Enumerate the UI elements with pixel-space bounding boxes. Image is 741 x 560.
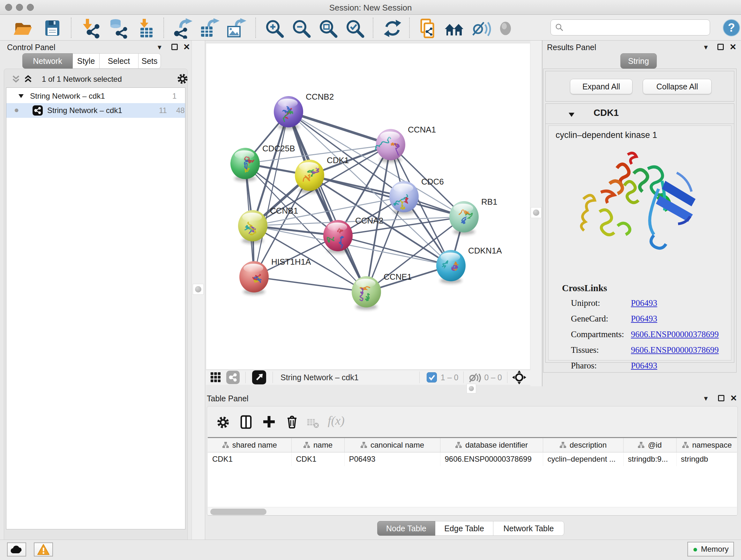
network-canvas[interactable]: CCNB2CCNA1CDC25BCDK1CDC6RB1CCNB1CCNA2CDK… (206, 43, 530, 370)
table-hscrollbar[interactable] (208, 507, 737, 516)
network-node-cdc25b[interactable]: CDC25B (230, 144, 295, 181)
expand-all-button[interactable]: Expand All (570, 79, 632, 94)
tab-node-table[interactable]: Node Table (377, 521, 435, 536)
memory-button[interactable]: ● Memory (687, 542, 734, 557)
collapse-all-icon[interactable] (11, 74, 21, 84)
network-edge[interactable] (288, 112, 391, 145)
table-cell[interactable]: CDK1 (208, 452, 291, 466)
zoom-in-icon[interactable] (264, 18, 285, 39)
column-type-icon (360, 442, 367, 449)
import-table-file-icon[interactable] (135, 18, 156, 39)
open-in-string-icon[interactable] (417, 18, 438, 39)
zoom-out-icon[interactable] (291, 18, 312, 39)
node-table[interactable]: shared namenamecanonical namedatabase id… (208, 437, 737, 516)
crosslink-link[interactable]: P06493 (631, 361, 657, 371)
delete-column-icon[interactable] (285, 415, 299, 429)
table-row[interactable]: CDK1CDK1P064939606.ENSP00000378699cyclin… (208, 452, 737, 466)
network-node-ccna1[interactable]: CCNA1 (376, 125, 436, 163)
column-header--id[interactable]: @id (623, 438, 676, 452)
right-splitter-handle[interactable] (531, 207, 542, 218)
export-network-icon[interactable] (172, 18, 193, 39)
string-view-icon[interactable] (226, 371, 240, 384)
import-network-file-icon[interactable] (80, 18, 101, 39)
results-panel-float-icon[interactable] (718, 44, 724, 50)
collapse-all-button[interactable]: Collapse All (643, 79, 712, 94)
column-header-description[interactable]: description (543, 438, 623, 452)
network-options-gear-icon[interactable] (177, 73, 189, 85)
left-splitter-handle[interactable] (193, 284, 204, 295)
horizontal-splitter[interactable] (198, 386, 741, 393)
show-columns-icon[interactable] (239, 415, 253, 429)
control-panel-float-icon[interactable] (172, 44, 178, 50)
right-splitter[interactable] (530, 41, 542, 386)
table-cell[interactable]: P06493 (344, 452, 440, 466)
table-cell[interactable]: stringdb (676, 452, 737, 466)
network-node-ccne1[interactable]: CCNE1 (352, 272, 412, 310)
control-panel-menu-icon[interactable]: ▼ (156, 44, 163, 51)
search-input[interactable] (564, 23, 704, 32)
network-row-selected[interactable]: ● String Network – cdk1 11 48 (6, 103, 185, 118)
tab-select[interactable]: Select (99, 53, 138, 69)
cloud-status-button[interactable] (7, 543, 26, 557)
crosslink-link[interactable]: 9606.ENSP00000378699 (631, 345, 719, 355)
help-button[interactable]: ? (723, 19, 740, 38)
open-session-icon[interactable] (13, 18, 33, 39)
selected-checkbox-icon[interactable] (427, 372, 437, 382)
table-panel-menu-icon[interactable]: ▼ (703, 395, 709, 402)
table-panel-float-icon[interactable] (718, 395, 724, 401)
crosslink-link[interactable]: 9606.ENSP00000378699 (631, 329, 719, 339)
import-network-database-icon[interactable] (108, 18, 128, 39)
network-collection-row[interactable]: String Network – cdk1 1 (6, 89, 185, 103)
export-table-icon[interactable] (199, 18, 219, 39)
table-hscrollbar-thumb[interactable] (210, 509, 266, 515)
column-header-shared-name[interactable]: shared name (208, 438, 291, 452)
column-header-namespace[interactable]: namespace (676, 438, 737, 452)
crosslink-link[interactable]: P06493 (631, 314, 657, 324)
column-header-database-identifier[interactable]: database identifier (440, 438, 543, 452)
table-gear-icon[interactable] (216, 415, 230, 429)
tab-sets[interactable]: Sets (138, 53, 161, 69)
table-cell[interactable]: 9606.ENSP00000378699 (440, 452, 543, 466)
table-panel-close-icon[interactable]: ✕ (730, 393, 737, 403)
string-home-icon[interactable] (444, 18, 465, 39)
tab-style[interactable]: Style (73, 53, 99, 69)
expand-all-icon[interactable] (23, 74, 33, 84)
zoom-selected-icon[interactable] (345, 18, 365, 39)
network-edge[interactable] (254, 277, 366, 292)
tab-network[interactable]: Network (22, 53, 73, 69)
tab-edge-table[interactable]: Edge Table (435, 521, 493, 536)
section-collapse-icon[interactable] (568, 111, 575, 118)
crosslink-link[interactable]: P06493 (631, 298, 657, 308)
grid-view-icon[interactable] (210, 372, 221, 383)
results-panel-menu-icon[interactable]: ▼ (703, 44, 709, 51)
add-column-icon[interactable] (262, 415, 276, 429)
results-panel-close-icon[interactable]: ✕ (730, 42, 737, 52)
search-field[interactable] (550, 19, 710, 36)
horizontal-splitter-handle[interactable] (467, 384, 476, 393)
network-collection-label: String Network – cdk1 (30, 91, 105, 101)
network-node-rb1[interactable]: RB1 (449, 197, 497, 235)
network-node-hist1h1a[interactable]: HIST1H1A (239, 257, 311, 295)
tab-string[interactable]: String (620, 53, 657, 69)
tab-network-table[interactable]: Network Table (493, 521, 564, 536)
network-edge[interactable] (254, 112, 288, 277)
tree-expander-icon[interactable] (18, 93, 24, 99)
network-node-cdkn1a[interactable]: CDKN1A (436, 246, 502, 284)
birdseye-view-icon[interactable] (252, 370, 266, 384)
fit-center-crosshair-icon[interactable] (512, 370, 527, 385)
table-cell[interactable]: cyclin–dependent ... (543, 452, 623, 466)
warnings-button[interactable] (34, 543, 53, 557)
zoom-fit-icon[interactable] (318, 18, 338, 39)
control-panel-close-icon[interactable]: ✕ (183, 42, 190, 52)
refresh-icon[interactable] (382, 18, 403, 39)
export-image-icon[interactable] (226, 18, 246, 39)
memory-status-dot: ● (693, 544, 698, 554)
table-cell[interactable]: stringdb:9... (623, 452, 676, 466)
column-header-name[interactable]: name (291, 438, 344, 452)
hide-propagation-eye-icon[interactable] (471, 18, 491, 39)
table-cell[interactable]: CDK1 (291, 452, 344, 466)
toolbar-separator (373, 17, 374, 38)
save-session-icon[interactable] (42, 18, 63, 39)
memory-label: Memory (701, 545, 729, 554)
column-header-canonical-name[interactable]: canonical name (344, 438, 440, 452)
